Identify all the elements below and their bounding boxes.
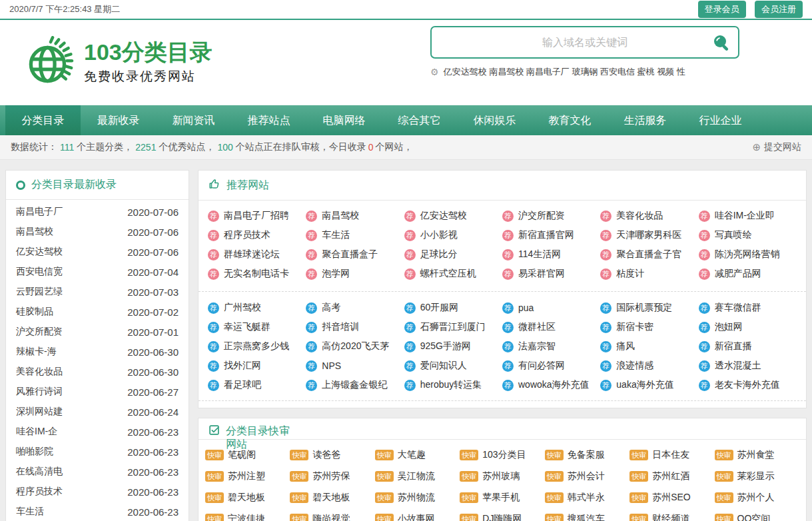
nav-item[interactable]: 教育文化	[532, 105, 608, 135]
recommended-site-link[interactable]: 荐 高仿2020飞天茅	[306, 340, 404, 352]
recommended-site-link[interactable]: 荐 南昌驾校	[306, 210, 404, 222]
recommended-site-link[interactable]: 荐 广州驾校	[208, 302, 306, 314]
recommended-site-link[interactable]: 荐 陈沩亮网络营销	[699, 249, 797, 260]
recommended-site-link[interactable]: 荐 南昌电子厂招聘	[208, 210, 306, 222]
recommended-site-link[interactable]: 荐 925G手游网	[404, 340, 502, 352]
site-name-link[interactable]: 车生活	[16, 506, 44, 518]
recommended-site-link[interactable]: 荐 国际机票预定	[600, 302, 698, 314]
recommended-site-link[interactable]: 荐 天津哪家男科医	[600, 229, 698, 241]
recommended-site-link[interactable]: 荐 herobuy转运集	[404, 379, 502, 391]
quick-review-site-link[interactable]: 快审 吴江物流	[375, 470, 460, 482]
quick-review-site-link[interactable]: 快审 苏州劳保	[290, 470, 374, 482]
recommended-site-link[interactable]: 荐 正宗燕窝多少钱	[208, 340, 306, 352]
recommended-site-link[interactable]: 荐 浪迹情感	[600, 360, 698, 372]
recommended-site-link[interactable]: 荐 足球比分	[404, 249, 502, 260]
recommended-site-link[interactable]: 荐 微群社区	[502, 321, 600, 333]
list-item[interactable]: 亿安达驾校 2020-07-06	[16, 242, 179, 262]
submit-site-link[interactable]: ⊕ 提交网站	[752, 141, 801, 153]
recommended-site-link[interactable]: 荐 新宿卡密	[600, 321, 698, 333]
nav-item[interactable]: 新闻资讯	[156, 105, 231, 135]
nav-item[interactable]: 生活服务	[608, 105, 683, 135]
recommended-site-link[interactable]: 荐 找外汇网	[208, 360, 306, 372]
quick-review-site-link[interactable]: 快审 苏州会计	[545, 470, 629, 482]
quick-review-site-link[interactable]: 快审 大笔趣	[375, 449, 460, 461]
recommended-site-link[interactable]: 荐 减肥产品网	[699, 268, 797, 280]
site-name-link[interactable]: 辣椒卡-海	[16, 346, 57, 358]
recommended-site-link[interactable]: 荐 有问必答网	[502, 360, 600, 372]
quick-review-site-link[interactable]: 快审 103分类目	[460, 449, 544, 461]
list-item[interactable]: 哇谷IM-企 2020-06-23	[16, 422, 179, 442]
site-name-link[interactable]: 西安电信宽	[16, 266, 63, 278]
recommended-site-link[interactable]: 荐 聚合直播盒子官	[600, 249, 698, 260]
quick-review-site-link[interactable]: 快审 苏州注塑	[205, 470, 290, 482]
site-name-link[interactable]: 在线高清电	[16, 466, 63, 478]
recommended-site-link[interactable]: 荐 群雄球迷论坛	[208, 249, 306, 260]
list-item[interactable]: 风雅行诗词 2020-06-27	[16, 382, 179, 402]
nav-item[interactable]: 分类目录	[5, 105, 81, 135]
list-item[interactable]: 美容化妆品 2020-06-30	[16, 362, 179, 382]
nav-item[interactable]: 电脑网络	[306, 105, 382, 135]
list-item[interactable]: 沪交所配资 2020-07-01	[16, 322, 179, 342]
quick-review-site-link[interactable]: 快审 QQ空间	[715, 513, 799, 521]
site-name-link[interactable]: 程序员技术	[16, 486, 63, 498]
recommended-site-link[interactable]: 荐 车生活	[306, 229, 404, 241]
site-name-link[interactable]: 美容化妆品	[16, 366, 63, 378]
recommended-site-link[interactable]: 荐 聚合直播盒子	[306, 249, 404, 260]
list-item[interactable]: 辣椒卡-海 2020-06-30	[16, 342, 179, 362]
quick-review-site-link[interactable]: 快审 搜狐汽车	[545, 513, 629, 521]
list-item[interactable]: 在线高清电 2020-06-23	[16, 462, 179, 482]
recommended-site-link[interactable]: 荐 沪交所配资	[502, 210, 600, 222]
recommended-site-link[interactable]: 荐 看足球吧	[208, 379, 306, 391]
hot-keywords[interactable]: 亿安达驾校 南昌驾校 南昌电子厂 玻璃钢 西安电信 蜜桃 视频 性	[444, 66, 685, 78]
quick-review-site-link[interactable]: 快审 莱彩显示	[715, 470, 799, 482]
nav-item[interactable]: 综合其它	[382, 105, 457, 135]
recommended-site-link[interactable]: 荐 哇谷IM-企业即	[699, 210, 797, 222]
recommended-site-link[interactable]: 荐 螺杆式空压机	[404, 268, 502, 280]
recommended-site-link[interactable]: 荐 114生活网	[502, 249, 600, 260]
recommended-site-link[interactable]: 荐 赛车微信群	[699, 302, 797, 314]
quick-review-site-link[interactable]: 快审 碧天地板	[290, 492, 374, 504]
quick-review-site-link[interactable]: 快审 苏州物流	[375, 492, 460, 504]
recommended-site-link[interactable]: 荐 爱问知识人	[404, 360, 502, 372]
quick-review-site-link[interactable]: 快审 碧天地板	[205, 492, 290, 504]
recommended-site-link[interactable]: 荐 小小影视	[404, 229, 502, 241]
recommended-site-link[interactable]: 荐 亿安达驾校	[404, 210, 502, 222]
site-name-link[interactable]: 云野园艺绿	[16, 286, 63, 298]
recommended-site-link[interactable]: 荐 程序员技术	[208, 229, 306, 241]
recommended-site-link[interactable]: 荐 NPS	[306, 360, 404, 372]
site-name-link[interactable]: 哇谷IM-企	[16, 426, 57, 438]
recommended-site-link[interactable]: 荐 美容化妆品	[600, 210, 698, 222]
recommended-site-link[interactable]: 荐 粘度计	[600, 268, 698, 280]
site-name-link[interactable]: 沪交所配资	[16, 326, 63, 338]
recommended-site-link[interactable]: 荐 上海锻鑫金银纪	[306, 379, 404, 391]
recommended-site-link[interactable]: 荐 wowoka海外充值	[502, 379, 600, 391]
site-name-link[interactable]: 啪啪影院	[16, 446, 53, 458]
recommended-site-link[interactable]: 荐 写真喷绘	[699, 229, 797, 241]
recommended-site-link[interactable]: 荐 新宿直播官网	[502, 229, 600, 241]
recommended-site-link[interactable]: 荐 泡学网	[306, 268, 404, 280]
register-button[interactable]: 会员注册	[755, 1, 803, 18]
recommended-site-link[interactable]: 荐 易采群官网	[502, 268, 600, 280]
nav-item[interactable]: 推荐站点	[231, 105, 306, 135]
quick-review-site-link[interactable]: 快审 苏州个人	[715, 492, 799, 504]
quick-review-site-link[interactable]: 快审 韩式半永	[545, 492, 629, 504]
logo[interactable]: 103分类目录 免费收录优秀网站	[25, 36, 212, 89]
nav-item[interactable]: 休闲娱乐	[457, 105, 532, 135]
quick-review-site-link[interactable]: 快审 免备案服	[545, 449, 629, 461]
quick-review-site-link[interactable]: 快审 宁波佳捷	[205, 513, 290, 521]
list-item[interactable]: 云野园艺绿 2020-07-03	[16, 282, 179, 302]
quick-review-site-link[interactable]: 快审 读爸爸	[290, 449, 374, 461]
list-item[interactable]: 深圳网站建 2020-06-24	[16, 402, 179, 422]
recommended-site-link[interactable]: 荐 幸运飞艇群	[208, 321, 306, 333]
quick-review-site-link[interactable]: 快审 小故事网	[375, 513, 460, 521]
quick-review-site-link[interactable]: 快审 苏州红酒	[629, 470, 714, 482]
recommended-site-link[interactable]: 荐 抖音培训	[306, 321, 404, 333]
recommended-site-link[interactable]: 荐 无实名制电话卡	[208, 268, 306, 280]
quick-review-site-link[interactable]: 快审 苏州SEO	[629, 492, 714, 504]
quick-review-site-link[interactable]: 快审 财经频道_	[629, 513, 714, 521]
recommended-site-link[interactable]: 荐 pua	[502, 302, 600, 314]
quick-review-site-link[interactable]: 快审 苏州食堂	[715, 449, 799, 461]
list-item[interactable]: 西安电信宽 2020-07-04	[16, 262, 179, 282]
login-button[interactable]: 登录会员	[698, 1, 746, 18]
nav-item[interactable]: 行业企业	[683, 105, 758, 135]
